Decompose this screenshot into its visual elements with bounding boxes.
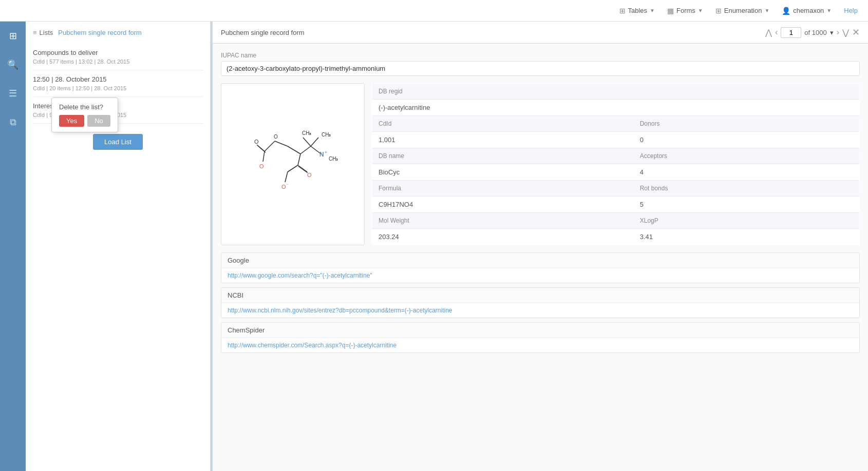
forms-menu[interactable]: ▦ Forms ▼	[667, 7, 703, 15]
record-navigation: ⋀ ‹ of 1000 ▾ › ⋁ ✕	[765, 27, 860, 38]
table-row: DB name Acceptors	[372, 148, 860, 164]
svg-text:O: O	[274, 134, 278, 140]
tables-label: Tables	[628, 7, 648, 14]
ncbi-link-group: NCBI http://www.ncbi.nlm.nih.gov/sites/e…	[221, 287, 860, 318]
svg-text:+: +	[325, 150, 327, 155]
lists-header: ≡ Lists Pubchem single record form	[33, 29, 203, 36]
record-close-button[interactable]: ✕	[852, 27, 860, 38]
svg-line-13	[298, 166, 308, 173]
sidebar-menu-icon[interactable]: ☰	[4, 84, 22, 103]
formula-header: Formula	[372, 181, 634, 197]
ncbi-url[interactable]: http://www.ncbi.nlm.nih.gov/sites/entrez…	[221, 303, 859, 318]
svg-line-10	[298, 154, 300, 165]
rot-bonds-header: Rot bonds	[634, 181, 860, 197]
svg-text:O: O	[259, 163, 264, 169]
forms-caret: ▼	[698, 8, 703, 13]
forms-icon: ▦	[667, 7, 674, 15]
list-item[interactable]: 12:50 | 28. October 2015 CdId | 20 items…	[33, 70, 203, 97]
enumeration-caret: ▼	[764, 8, 769, 13]
user-caret: ▼	[826, 8, 832, 13]
svg-text:CH₃: CH₃	[322, 132, 331, 138]
xlogp-value: 3.41	[634, 229, 860, 245]
page-dropdown[interactable]: ▾	[830, 29, 834, 36]
nav-prev-button[interactable]: ‹	[775, 28, 778, 37]
iupac-label: IUPAC name	[221, 52, 860, 59]
table-row: CdId Donors	[372, 116, 860, 132]
rot-bonds-value: 5	[634, 197, 860, 213]
delete-no-button[interactable]: No	[87, 115, 110, 127]
list-item[interactable]: Compounds to deliver CdId | 577 items | …	[33, 44, 203, 70]
enumeration-label: Enumeration	[724, 7, 762, 14]
sidebar-layers-icon[interactable]: ⧉	[4, 113, 22, 131]
table-row: 1,001 0	[372, 132, 860, 148]
google-url[interactable]: http://www.google.com/search?q="(-)-acet…	[221, 268, 859, 283]
svg-line-12	[298, 165, 307, 172]
molecule-svg: O O N + CH₃ CH₃ CH₃ O O ⁻	[226, 108, 360, 221]
sidebar-apps-icon[interactable]: ⊞	[4, 27, 22, 45]
delete-popup-text: Delete the list?	[59, 103, 110, 111]
table-row: 203.24 3.41	[372, 229, 860, 245]
top-navigation: ⊞ Tables ▼ ▦ Forms ▼ ⊞ Enumeration ▼ 👤 c…	[0, 0, 868, 22]
list-item-title: Compounds to deliver	[33, 49, 203, 56]
list-item-title: 12:50 | 28. October 2015	[33, 75, 203, 83]
table-row: C9H17NO4 5	[372, 197, 860, 213]
svg-line-9	[303, 138, 311, 146]
svg-text:O: O	[254, 139, 259, 145]
main-content: ≡ Lists Pubchem single record form Compo…	[26, 22, 868, 471]
molecule-structure: O O N + CH₃ CH₃ CH₃ O O ⁻	[221, 83, 365, 245]
tables-caret: ▼	[650, 8, 655, 13]
forms-label: Forms	[676, 7, 695, 14]
list-item-meta: CdId | 20 items | 12:50 | 28. Oct 2015	[33, 85, 203, 91]
tables-menu[interactable]: ⊞ Tables ▼	[619, 7, 655, 15]
cdid-value: 1,001	[372, 132, 634, 148]
record-form-title: Pubchem single record form	[221, 29, 305, 36]
chemspider-url[interactable]: http://www.chemspider.com/Search.aspx?q=…	[221, 338, 859, 352]
svg-line-6	[300, 146, 311, 154]
svg-line-4	[263, 151, 265, 162]
properties-area: DB regid (-)-acetylcarnitine CdId Donors…	[372, 83, 860, 245]
google-link-group: Google http://www.google.com/search?q="(…	[221, 252, 860, 283]
user-label: chemaxon	[793, 7, 824, 14]
nav-next-button[interactable]: ›	[837, 28, 839, 37]
help-link[interactable]: Help	[844, 7, 858, 14]
list-item-meta: CdId | 577 items | 13:02 | 28. Oct 2015	[33, 58, 203, 65]
chemspider-label: ChemSpider	[221, 323, 859, 338]
chemspider-link-group: ChemSpider http://www.chemspider.com/Sea…	[221, 322, 860, 353]
left-sidebar: ⊞ 🔍 ☰ ⧉	[0, 22, 26, 471]
enumeration-icon: ⊞	[715, 7, 722, 15]
page-of-label: of 1000	[804, 29, 826, 36]
properties-table: DB regid (-)-acetylcarnitine CdId Donors…	[372, 83, 860, 245]
table-row: DB regid	[372, 84, 860, 100]
db-name-header: DB name	[372, 148, 634, 164]
cdid-header: CdId	[372, 116, 634, 132]
table-icon: ⊞	[619, 7, 626, 15]
donors-header: Donors	[634, 116, 860, 132]
delete-confirm-popup: Delete the list? Yes No	[51, 97, 118, 132]
delete-yes-button[interactable]: Yes	[59, 115, 84, 127]
nav-first-button[interactable]: ⋀	[765, 28, 772, 37]
user-menu[interactable]: 👤 chemaxon ▼	[782, 7, 832, 15]
svg-text:CH₃: CH₃	[302, 130, 311, 136]
lists-prefix: Lists	[40, 29, 53, 36]
popup-buttons: Yes No	[59, 115, 110, 127]
mol-weight-value: 203.24	[372, 229, 634, 245]
lists-breadcrumb: Pubchem single record form	[58, 29, 142, 36]
db-name-value: BioCyc	[372, 164, 634, 181]
svg-line-0	[265, 141, 275, 151]
table-row: (-)-acetylcarnitine	[372, 100, 860, 116]
svg-text:N: N	[319, 151, 324, 158]
enumeration-menu[interactable]: ⊞ Enumeration ▼	[715, 7, 770, 15]
xlogp-header: XLogP	[634, 213, 860, 229]
sidebar-search-icon[interactable]: 🔍	[4, 55, 22, 74]
svg-text:CH₃: CH₃	[329, 156, 338, 162]
record-panel: Pubchem single record form ⋀ ‹ of 1000 ▾…	[213, 22, 868, 471]
page-number-input[interactable]	[781, 27, 801, 38]
svg-text:O: O	[307, 172, 312, 178]
record-header: Pubchem single record form ⋀ ‹ of 1000 ▾…	[213, 22, 868, 44]
nav-last-button[interactable]: ⋁	[842, 28, 849, 37]
db-regid-value: (-)-acetylcarnitine	[372, 100, 860, 116]
svg-text:⁻: ⁻	[286, 183, 289, 188]
lists-panel: ≡ Lists Pubchem single record form Compo…	[26, 22, 211, 471]
load-list-button[interactable]: Load List	[93, 134, 143, 150]
table-row: Formula Rot bonds	[372, 181, 860, 197]
